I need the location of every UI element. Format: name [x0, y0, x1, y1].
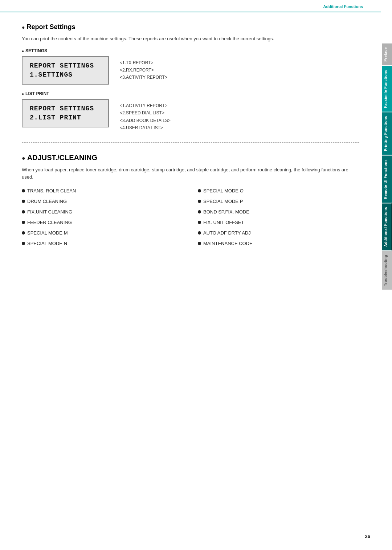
report-settings-desc: You can print the contents of the machin… [22, 35, 359, 42]
lcd-display-settings: REPORT SETTINGS 1.SETTINGS [22, 56, 109, 85]
list-item: FIX. UNIT OFFSET [198, 218, 359, 227]
item-drum-cleaning: DRUM CLEANING [27, 199, 67, 204]
tab-additional[interactable]: Additional Functions [382, 203, 392, 250]
section-divider [22, 142, 359, 143]
bullet-dot [22, 200, 25, 203]
lcd-row-settings: REPORT SETTINGS 1.SETTINGS <1.TX REPORT>… [22, 56, 359, 85]
list-item: SPECIAL MODE O [198, 186, 359, 195]
item-bond-sp-fix: BOND SP.FIX. MODE [203, 209, 249, 215]
lcd-line2-listprint: 2.LIST PRINT [30, 113, 101, 122]
item-special-mode-p: SPECIAL MODE P [203, 199, 243, 204]
main-content: Report Settings You can print the conten… [0, 12, 381, 262]
bullet-dot [198, 210, 201, 213]
bullet-dot [22, 189, 25, 192]
item-fix-unit-offset: FIX. UNIT OFFSET [203, 220, 244, 225]
report-settings-section: Report Settings You can print the conten… [22, 23, 359, 131]
adjust-cleaning-section: ADJUST./CLEANING When you load paper, re… [22, 154, 359, 248]
lcd-line1-settings: REPORT SETTINGS [30, 61, 101, 70]
bullet-col-right: SPECIAL MODE O SPECIAL MODE P BOND SP.FI… [198, 186, 359, 248]
item-fix-unit-cleaning: FIX.UNIT CLEANING [27, 209, 72, 215]
list-item: TRANS. ROLR CLEAN [22, 186, 183, 195]
lcd-row-listprint: REPORT SETTINGS 2.LIST PRINT <1.ACTIVITY… [22, 99, 359, 132]
list-item: SPECIAL MODE N [22, 239, 183, 248]
page-number: 26 [365, 534, 370, 539]
bullet-dot [22, 210, 25, 213]
adjust-cleaning-desc: When you load paper, replace toner cartr… [22, 166, 359, 180]
tab-troubleshooting[interactable]: Troubleshooting [382, 251, 392, 290]
list-item: MAINTENANCE CODE [198, 239, 359, 248]
subsection-settings-label: SETTINGS [22, 48, 359, 53]
bullet-dot [22, 242, 25, 245]
subsection-listprint-label: LIST PRINT [22, 91, 359, 96]
bullet-dot [198, 231, 201, 235]
item-auto-adf: AUTO ADF DRTY ADJ [203, 230, 251, 236]
report-settings-title: Report Settings [22, 23, 359, 31]
bullet-col-left: TRANS. ROLR CLEAN DRUM CLEANING FIX.UNIT… [22, 186, 183, 248]
bullet-dot [198, 221, 201, 224]
bullet-dot [22, 221, 25, 224]
tab-preface[interactable]: Preface [382, 44, 392, 65]
list-item: DRUM CLEANING [22, 197, 183, 206]
item-special-mode-o: SPECIAL MODE O [203, 188, 244, 193]
bullet-dot [22, 231, 25, 235]
lcd-display-listprint: REPORT SETTINGS 2.LIST PRINT [22, 99, 109, 127]
item-trans-rolr: TRANS. ROLR CLEAN [27, 188, 76, 193]
list-item: AUTO ADF DRTY ADJ [198, 228, 359, 237]
header-title: Additional Functions [323, 4, 363, 9]
bullet-dot [198, 200, 201, 203]
tab-remote-ui[interactable]: Remote UI Functions [382, 156, 392, 203]
bullet-dot [198, 189, 201, 192]
list-item: FEEDER CLEANING [22, 218, 183, 227]
bullet-dot [198, 242, 201, 245]
item-maintenance-code: MAINTENANCE CODE [203, 241, 253, 246]
item-special-mode-m: SPECIAL MODE M [27, 230, 68, 236]
list-item: FIX.UNIT CLEANING [22, 207, 183, 216]
lcd-line1-listprint: REPORT SETTINGS [30, 104, 101, 113]
item-feeder-cleaning: FEEDER CLEANING [27, 220, 72, 225]
list-item: BOND SP.FIX. MODE [198, 207, 359, 216]
tab-facsimile[interactable]: Facsimile Functions [382, 66, 392, 112]
item-special-mode-n: SPECIAL MODE N [27, 241, 67, 246]
adjust-cleaning-title: ADJUST./CLEANING [22, 154, 359, 162]
lcd-options-settings: <1.TX REPORT> <2.RX.REPORT> <3.ACTIVITY … [120, 56, 167, 81]
list-item: SPECIAL MODE M [22, 228, 183, 237]
list-item: SPECIAL MODE P [198, 197, 359, 206]
bullet-columns: TRANS. ROLR CLEAN DRUM CLEANING FIX.UNIT… [22, 186, 359, 248]
lcd-line2-settings: 1.SETTINGS [30, 70, 101, 80]
side-tabs: Preface Facsimile Functions Printing Fun… [382, 44, 392, 289]
tab-printing[interactable]: Printing Functions [382, 112, 392, 155]
lcd-options-listprint: <1.ACTIVITY REPORT> <2.SPEED DIAL LIST> … [120, 99, 171, 132]
page-header: Additional Functions [0, 0, 381, 12]
